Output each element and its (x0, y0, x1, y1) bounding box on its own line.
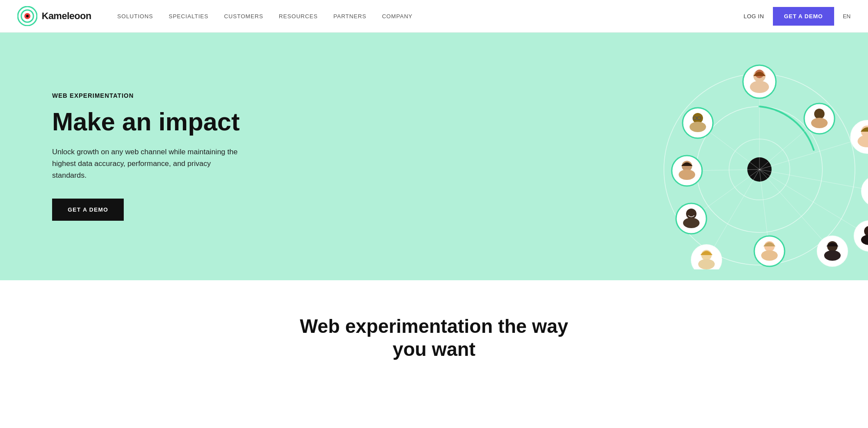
svg-line-15 (706, 169, 759, 260)
hero-illustration (625, 43, 868, 269)
below-hero-section: Web experimentation the way you want (0, 280, 868, 378)
svg-point-38 (861, 176, 868, 206)
hero-eyebrow: WEB EXPERIMENTATION (52, 92, 278, 99)
logo-icon (17, 6, 37, 26)
svg-point-30 (814, 109, 825, 119)
hero-section: WEB EXPERIMENTATION Make an impact Unloc… (0, 33, 868, 280)
login-link[interactable]: LOG IN (743, 13, 764, 20)
nav-link-solutions[interactable]: SOLUTIONS (117, 13, 153, 20)
svg-point-46 (698, 259, 715, 269)
nav-link-specialties[interactable]: SPECIALTIES (168, 13, 208, 20)
svg-point-21 (750, 81, 769, 93)
svg-point-49 (761, 250, 778, 261)
nav-link-customers[interactable]: CUSTOMERS (224, 13, 263, 20)
hero-content: WEB EXPERIMENTATION Make an impact Unloc… (52, 92, 278, 221)
svg-point-52 (824, 250, 841, 261)
logo-link[interactable]: Kameleoon (17, 6, 91, 26)
svg-point-31 (811, 118, 828, 128)
nav-link-resources[interactable]: RESOURCES (279, 13, 318, 20)
orbit-svg (625, 43, 868, 269)
logo-text: Kameleoon (42, 10, 91, 22)
svg-point-3 (26, 15, 29, 17)
nav-links: SOLUTIONS SPECIALTIES CUSTOMERS RESOURCE… (117, 13, 743, 20)
svg-point-25 (690, 122, 706, 132)
nav-demo-button[interactable]: GET A DEMO (773, 7, 834, 26)
hero-description: Unlock growth on any web channel while m… (52, 146, 239, 182)
svg-point-43 (683, 218, 700, 228)
hero-cta-button[interactable]: GET A DEMO (52, 199, 124, 221)
hero-title: Make an impact (52, 108, 278, 136)
section-title: Web experimentation the way you want (282, 315, 586, 361)
language-selector[interactable]: EN (843, 13, 851, 20)
svg-point-37 (679, 169, 695, 180)
navbar: Kameleoon SOLUTIONS SPECIALTIES CUSTOMER… (0, 0, 868, 33)
nav-link-company[interactable]: COMPANY (382, 13, 413, 20)
svg-point-42 (686, 209, 696, 219)
nav-link-partners[interactable]: PARTNERS (333, 13, 366, 20)
nav-right: LOG IN GET A DEMO EN (743, 7, 851, 26)
